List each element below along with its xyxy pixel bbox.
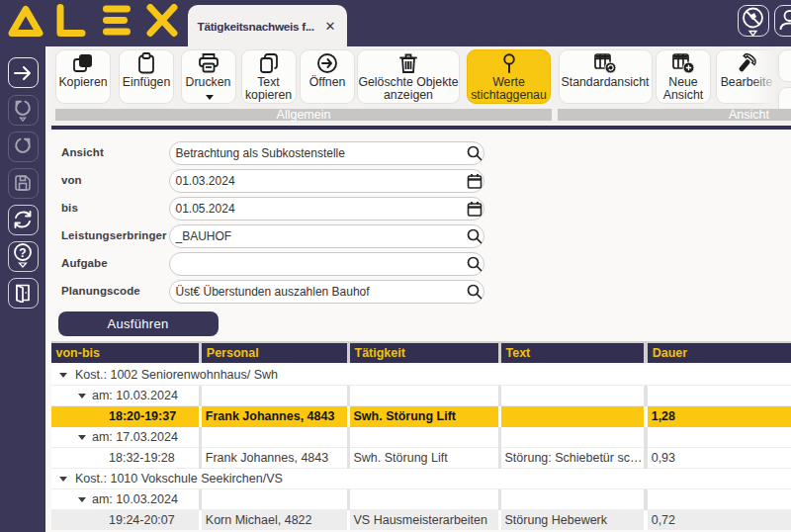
svg-text:?: ? bbox=[19, 246, 26, 260]
